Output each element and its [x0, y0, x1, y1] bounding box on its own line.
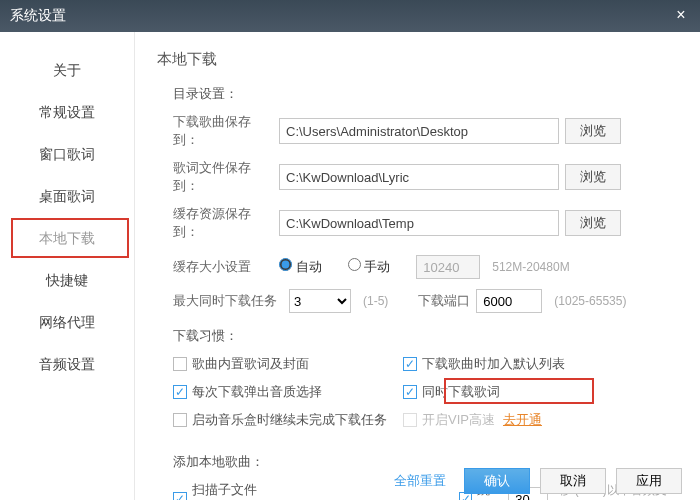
cache-auto-radio[interactable]: 自动: [279, 258, 322, 276]
song-path-input[interactable]: [279, 118, 559, 144]
sidebar-item-hotkey[interactable]: 快捷键: [0, 260, 134, 302]
footer: 全部重置 确认 取消 应用: [394, 468, 682, 494]
port-label: 下载端口: [418, 292, 470, 310]
browse-cache-button[interactable]: 浏览: [565, 210, 621, 236]
sidebar-item-general[interactable]: 常规设置: [0, 92, 134, 134]
habit-add-default[interactable]: 下载歌曲时加入默认列表: [403, 355, 633, 373]
content: 关于 常规设置 窗口歌词 桌面歌词 本地下载 快捷键 网络代理 音频设置 本地下…: [0, 32, 700, 500]
browse-lyric-button[interactable]: 浏览: [565, 164, 621, 190]
dir-title: 目录设置：: [173, 85, 678, 103]
sidebar-item-proxy[interactable]: 网络代理: [0, 302, 134, 344]
sidebar-item-desktop-lyric[interactable]: 桌面歌词: [0, 176, 134, 218]
habit-group: 歌曲内置歌词及封面 下载歌曲时加入默认列表 每次下载弹出音质选择 同时下载歌词 …: [157, 355, 678, 439]
song-path-label: 下载歌曲保存到：: [173, 113, 273, 149]
lyric-path-row: 歌词文件保存到： 浏览: [157, 159, 678, 195]
song-path-row: 下载歌曲保存到： 浏览: [157, 113, 678, 149]
cache-size-row: 缓存大小设置 自动 手动 512M-20480M: [157, 255, 678, 279]
sidebar-item-about[interactable]: 关于: [0, 50, 134, 92]
cache-size-input: [416, 255, 480, 279]
vip-link[interactable]: 去开通: [503, 411, 542, 429]
cache-path-input[interactable]: [279, 210, 559, 236]
cache-size-label: 缓存大小设置: [173, 258, 273, 276]
tasks-hint: (1-5): [363, 294, 388, 308]
apply-button[interactable]: 应用: [616, 468, 682, 494]
habit-title: 下载习惯：: [173, 327, 678, 345]
lyric-path-label: 歌词文件保存到：: [173, 159, 273, 195]
scan-label: 扫描子文件夹: [192, 481, 270, 500]
habit-quality[interactable]: 每次下载弹出音质选择: [173, 383, 403, 401]
cache-path-label: 缓存资源保存到：: [173, 205, 273, 241]
tasks-select[interactable]: 3: [289, 289, 351, 313]
habit-vip[interactable]: 开启VIP高速去开通: [403, 411, 633, 429]
habit-resume[interactable]: 启动音乐盒时继续未完成下载任务: [173, 411, 403, 429]
page-title: 本地下载: [157, 50, 678, 69]
lyric-path-input[interactable]: [279, 164, 559, 190]
tasks-label: 最大同时下载任务: [173, 292, 283, 310]
cancel-button[interactable]: 取消: [540, 468, 606, 494]
cache-path-row: 缓存资源保存到： 浏览: [157, 205, 678, 241]
titlebar: 系统设置 ×: [0, 0, 700, 32]
habit-embed[interactable]: 歌曲内置歌词及封面: [173, 355, 403, 373]
sidebar-item-audio[interactable]: 音频设置: [0, 344, 134, 386]
habit-sync-lyric[interactable]: 同时下载歌词: [403, 383, 633, 401]
scan-checkbox[interactable]: [173, 492, 187, 500]
cache-manual-radio[interactable]: 手动: [348, 258, 391, 276]
reset-link[interactable]: 全部重置: [394, 472, 446, 490]
close-icon[interactable]: ×: [672, 7, 690, 25]
sidebar: 关于 常规设置 窗口歌词 桌面歌词 本地下载 快捷键 网络代理 音频设置: [0, 32, 135, 500]
browse-song-button[interactable]: 浏览: [565, 118, 621, 144]
window-title: 系统设置: [10, 7, 672, 25]
main-panel: 本地下载 目录设置： 下载歌曲保存到： 浏览 歌词文件保存到： 浏览 缓存资源保…: [135, 32, 700, 500]
tasks-row: 最大同时下载任务 3 (1-5) 下载端口 (1025-65535): [157, 289, 678, 313]
ok-button[interactable]: 确认: [464, 468, 530, 494]
sidebar-item-local-download[interactable]: 本地下载: [0, 218, 134, 260]
sidebar-item-window-lyric[interactable]: 窗口歌词: [0, 134, 134, 176]
port-input[interactable]: [476, 289, 542, 313]
port-hint: (1025-65535): [554, 294, 626, 308]
cache-size-hint: 512M-20480M: [492, 260, 569, 274]
